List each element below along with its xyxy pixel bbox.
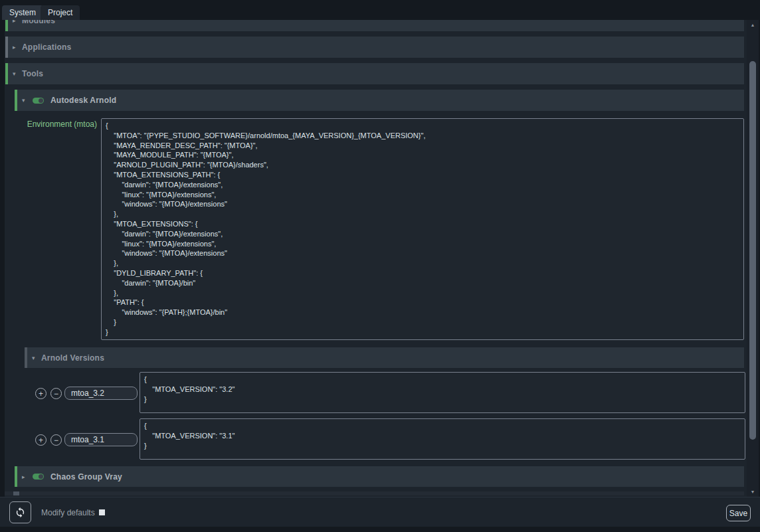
vertical-scrollbar[interactable]: ▲ ▼ xyxy=(747,20,759,497)
refresh-button[interactable] xyxy=(9,501,31,523)
toggle-knob xyxy=(39,474,43,479)
toggle-knob xyxy=(39,98,43,103)
settings-scroll-area: ▸ Modules ▸ Applications ▾ Tools ▾ Autod… xyxy=(0,20,747,497)
section-header-autodesk-arnold[interactable]: ▾ Autodesk Arnold xyxy=(15,90,744,111)
section-title-modules: Modules xyxy=(22,20,55,25)
save-button[interactable]: Save xyxy=(726,505,751,521)
tab-project[interactable]: Project xyxy=(41,5,80,20)
scroll-down-icon[interactable]: ▼ xyxy=(747,489,759,494)
version-key-input[interactable] xyxy=(64,433,138,446)
modify-defaults-label: Modify defaults xyxy=(41,497,95,527)
section-header-arnold-versions[interactable]: ▾ Arnold Versions xyxy=(25,347,744,368)
section-header-applications[interactable]: ▸ Applications xyxy=(5,37,744,58)
settings-window: System Project ▸ Modules ▸ Applications … xyxy=(0,0,760,532)
horizontal-scrollbar[interactable] xyxy=(5,491,744,495)
remove-version-button[interactable]: − xyxy=(50,434,62,446)
modify-defaults-checkbox[interactable] xyxy=(99,509,105,515)
vray-enabled-toggle[interactable] xyxy=(33,474,44,480)
environment-mtoa-label: Environment (mtoa) xyxy=(5,120,97,129)
refresh-icon xyxy=(15,507,26,518)
remove-version-button[interactable]: − xyxy=(50,388,62,399)
version-json-textarea[interactable]: { "MTOA_VERSION": "3.1" } xyxy=(140,418,745,460)
section-title-applications: Applications xyxy=(22,43,71,52)
section-title-arnold-versions: Arnold Versions xyxy=(41,353,104,363)
section-title-tools: Tools xyxy=(22,69,43,78)
vertical-scrollbar-thumb[interactable] xyxy=(749,61,756,440)
section-title-autodesk-arnold: Autodesk Arnold xyxy=(50,96,116,105)
section-title-chaos-group-vray: Chaos Group Vray xyxy=(50,472,122,482)
footer-bar: Modify defaults Save xyxy=(0,497,760,527)
chevron-down-icon: ▾ xyxy=(32,355,41,361)
horizontal-scrollbar-thumb[interactable] xyxy=(13,491,19,495)
add-version-button[interactable]: + xyxy=(35,388,47,399)
add-version-button[interactable]: + xyxy=(35,434,47,446)
tab-system[interactable]: System xyxy=(2,5,43,20)
arnold-enabled-toggle[interactable] xyxy=(33,98,44,104)
left-gutter xyxy=(0,20,5,497)
chevron-right-icon: ▸ xyxy=(13,44,22,50)
section-header-modules[interactable]: ▸ Modules xyxy=(5,20,744,31)
section-header-chaos-group-vray[interactable]: ▸ Chaos Group Vray xyxy=(15,466,744,487)
environment-json-textarea[interactable]: { "MTOA": "{PYPE_STUDIO_SOFTWARE}/arnold… xyxy=(101,118,744,340)
section-header-tools[interactable]: ▾ Tools xyxy=(5,63,744,84)
tab-bar: System Project xyxy=(0,0,760,20)
chevron-right-icon: ▸ xyxy=(22,474,31,480)
version-json-textarea[interactable]: { "MTOA_VERSION": "3.2" } xyxy=(140,372,745,413)
chevron-down-icon: ▾ xyxy=(22,97,31,104)
scroll-up-icon[interactable]: ▲ xyxy=(747,23,759,27)
chevron-down-icon: ▾ xyxy=(13,70,22,77)
chevron-right-icon: ▸ xyxy=(13,20,22,24)
version-key-input[interactable] xyxy=(64,387,138,400)
